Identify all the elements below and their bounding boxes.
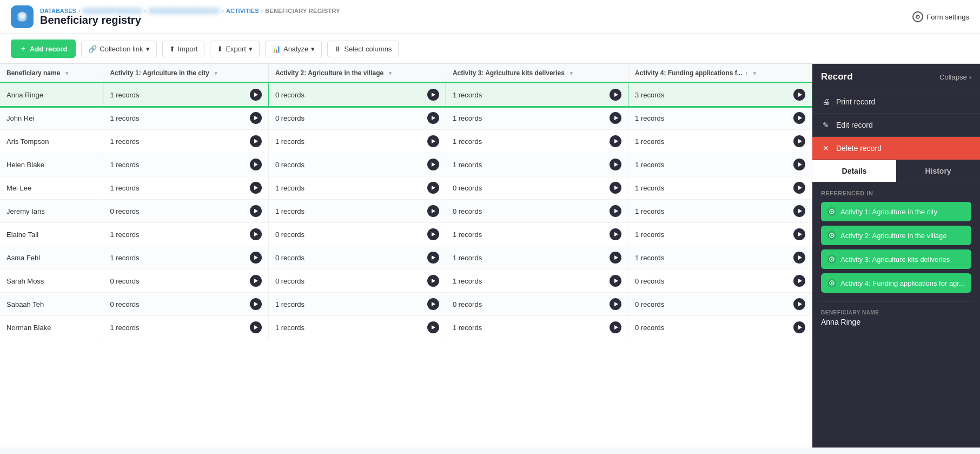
edit-record-action[interactable]: ✎ Edit record xyxy=(812,114,980,137)
cell-act4: 0 records xyxy=(628,269,812,293)
link-icon: 🔗 xyxy=(88,45,97,53)
expand-records-button[interactable] xyxy=(610,228,621,240)
expand-records-button[interactable] xyxy=(427,228,439,240)
expand-records-button[interactable] xyxy=(427,89,439,101)
beneficiary-section: BENEFICIARY NAME Anna Ringe xyxy=(821,301,971,326)
expand-records-button[interactable] xyxy=(427,112,439,124)
edit-record-label: Edit record xyxy=(836,121,873,129)
col-header-act1[interactable]: Activity 1: Agriculture in the city ▼ xyxy=(103,64,268,83)
records-count: 1 records xyxy=(453,254,482,262)
col-header-name[interactable]: Beneficiary name ▼ xyxy=(0,64,103,83)
expand-records-button[interactable] xyxy=(610,275,621,287)
expand-records-button[interactable] xyxy=(427,159,439,170)
expand-records-button[interactable] xyxy=(610,182,621,194)
cell-act3: 1 records xyxy=(446,269,628,293)
expand-records-button[interactable] xyxy=(793,135,805,147)
expand-records-button[interactable] xyxy=(793,252,805,264)
table-row[interactable]: Jeremy Ians0 records1 records0 records1 … xyxy=(0,200,812,223)
cell-act3: 1 records xyxy=(446,107,628,130)
analyze-button[interactable]: 📊 Analyze ▾ xyxy=(265,41,322,57)
tab-history[interactable]: History xyxy=(896,160,980,182)
expand-records-button[interactable] xyxy=(793,112,805,124)
ref-tag-act1[interactable]: Activity 1: Agriculture in the city xyxy=(821,202,971,221)
expand-records-button[interactable] xyxy=(250,159,262,170)
records-count: 1 records xyxy=(453,114,482,122)
expand-records-button[interactable] xyxy=(427,135,439,147)
add-record-button[interactable]: ＋ Add record xyxy=(11,40,76,58)
expand-records-button[interactable] xyxy=(610,159,621,170)
records-count: 1 records xyxy=(275,324,304,332)
expand-records-button[interactable] xyxy=(610,252,621,264)
collapse-button[interactable]: Collapse › xyxy=(939,73,971,81)
right-panel: Record Collapse › 🖨 Print record ✎ Edit … xyxy=(812,64,980,448)
expand-records-button[interactable] xyxy=(427,205,439,217)
expand-records-button[interactable] xyxy=(427,182,439,194)
svg-marker-47 xyxy=(798,325,802,330)
export-button[interactable]: ⬇ Export ▾ xyxy=(210,41,260,57)
delete-record-action[interactable]: ✕ Delete record xyxy=(812,137,980,160)
expand-records-button[interactable] xyxy=(427,252,439,264)
ref-tag-label-2: Activity 2: Agriculture in the village xyxy=(840,232,947,240)
expand-records-button[interactable] xyxy=(610,112,621,124)
ref-tag-act3[interactable]: Activity 3: Agriculture kits deliveries xyxy=(821,249,971,269)
expand-records-button[interactable] xyxy=(793,275,805,287)
tab-details[interactable]: Details xyxy=(812,160,896,182)
records-count: 0 records xyxy=(275,161,304,169)
table-row[interactable]: Norman Blake1 records1 records1 records0… xyxy=(0,316,812,339)
col-header-act3[interactable]: Activity 3: Agriculture kits deliveries … xyxy=(446,64,628,83)
records-count: 1 records xyxy=(110,91,139,99)
cell-act1: 1 records xyxy=(103,130,268,153)
expand-records-button[interactable] xyxy=(250,275,262,287)
table-row[interactable]: Sabaah Teh0 records1 records0 records0 r… xyxy=(0,293,812,316)
ref-tag-act4[interactable]: Activity 4: Funding applications for agr… xyxy=(821,273,971,293)
expand-records-button[interactable] xyxy=(250,298,262,310)
expand-records-button[interactable] xyxy=(250,252,262,264)
collection-link-button[interactable]: 🔗 Collection link ▾ xyxy=(81,41,156,57)
expand-records-button[interactable] xyxy=(793,228,805,240)
expand-records-button[interactable] xyxy=(610,321,621,333)
table-row[interactable]: Anna Ringe1 records0 records1 records3 r… xyxy=(0,83,812,107)
expand-records-button[interactable] xyxy=(610,205,621,217)
table-row[interactable]: John Rei1 records0 records1 records1 rec… xyxy=(0,107,812,130)
expand-records-button[interactable] xyxy=(250,135,262,147)
table-row[interactable]: Aris Tompson1 records1 records1 records1… xyxy=(0,130,812,153)
expand-records-button[interactable] xyxy=(793,159,805,170)
expand-records-button[interactable] xyxy=(427,275,439,287)
expand-records-button[interactable] xyxy=(250,112,262,124)
table-row[interactable]: Helen Blake1 records0 records1 records1 … xyxy=(0,153,812,176)
records-count: 0 records xyxy=(275,91,304,99)
expand-records-button[interactable] xyxy=(793,205,805,217)
select-columns-button[interactable]: ⏸ Select columns xyxy=(327,41,399,57)
expand-records-button[interactable] xyxy=(427,298,439,310)
breadcrumb-databases[interactable]: DATABASES xyxy=(40,8,76,14)
expand-records-button[interactable] xyxy=(610,298,621,310)
col-header-act2[interactable]: Activity 2: Agriculture in the village ▼ xyxy=(268,64,446,83)
expand-records-button[interactable] xyxy=(250,89,262,101)
expand-records-button[interactable] xyxy=(427,321,439,333)
expand-records-button[interactable] xyxy=(793,321,805,333)
svg-marker-35 xyxy=(798,255,802,260)
expand-records-button[interactable] xyxy=(250,205,262,217)
expand-records-button[interactable] xyxy=(610,135,621,147)
expand-records-button[interactable] xyxy=(250,321,262,333)
table-row[interactable]: Mei Lee1 records1 records0 records1 reco… xyxy=(0,176,812,200)
svg-marker-30 xyxy=(614,232,618,236)
expand-records-button[interactable] xyxy=(610,89,621,101)
import-button[interactable]: ⬆ Import xyxy=(162,41,205,57)
expand-records-button[interactable] xyxy=(793,182,805,194)
form-settings-button[interactable]: ⚙ Form settings xyxy=(912,11,969,22)
table-row[interactable]: Asma Fehl1 records0 records1 records1 re… xyxy=(0,246,812,269)
expand-records-button[interactable] xyxy=(793,298,805,310)
cell-beneficiary-name: Mei Lee xyxy=(0,176,103,200)
cell-beneficiary-name: Helen Blake xyxy=(0,153,103,176)
expand-records-button[interactable] xyxy=(793,89,805,101)
ref-tag-act2[interactable]: Activity 2: Agriculture in the village xyxy=(821,226,971,245)
expand-records-button[interactable] xyxy=(250,228,262,240)
table-row[interactable]: Sarah Moss0 records0 records1 records0 r… xyxy=(0,269,812,293)
col-header-act4[interactable]: Activity 4: Funding applications f... ↑ … xyxy=(628,64,812,83)
table-row[interactable]: Elaine Tall1 records0 records1 records1 … xyxy=(0,223,812,246)
breadcrumb-activities[interactable]: ACTIVITIES xyxy=(226,8,259,14)
print-record-action[interactable]: 🖨 Print record xyxy=(812,90,980,114)
table-area: Beneficiary name ▼ Activity 1: Agricultu… xyxy=(0,64,812,448)
expand-records-button[interactable] xyxy=(250,182,262,194)
